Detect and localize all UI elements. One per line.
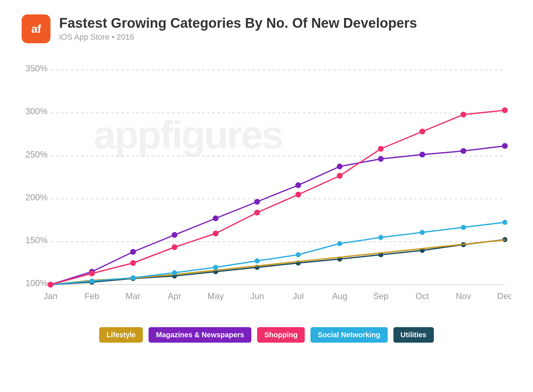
- dot-magazines-jun: [254, 199, 260, 205]
- dot-social-may: [213, 265, 218, 270]
- dot-magazines-may: [213, 215, 219, 221]
- svg-text:Feb: Feb: [84, 291, 99, 301]
- dot-magazines-jul: [295, 182, 301, 188]
- dot-shopping-mar: [130, 260, 136, 266]
- dot-shopping-oct: [419, 129, 425, 134]
- dot-social-jun: [255, 258, 260, 263]
- dot-social-apr: [172, 270, 177, 275]
- dot-shopping-jun: [254, 210, 260, 215]
- logo-text: af: [31, 22, 41, 36]
- dot-magazines-apr: [172, 232, 177, 238]
- header-text: Fastest Growing Categories By No. Of New…: [59, 14, 417, 42]
- legend-item-magazines: Magazines & Newspapers: [149, 327, 251, 343]
- legend-label-magazines: Magazines & Newspapers: [156, 331, 244, 339]
- legend-item-social: Social Networking: [310, 327, 387, 343]
- dot-magazines-dec: [502, 143, 508, 149]
- svg-text:Dec: Dec: [497, 291, 511, 301]
- dot-social-sep: [378, 235, 383, 240]
- svg-text:May: May: [207, 291, 224, 301]
- dot-magazines-mar: [130, 249, 136, 255]
- dot-shopping-feb: [89, 271, 95, 276]
- svg-text:Nov: Nov: [456, 291, 471, 301]
- dot-shopping-may: [213, 231, 219, 236]
- dot-magazines-aug: [337, 164, 343, 169]
- dot-social-nov: [461, 225, 466, 230]
- dot-shopping-sep: [378, 146, 384, 152]
- dot-social-oct: [420, 230, 425, 235]
- chart-title: Fastest Growing Categories By No. Of New…: [59, 16, 417, 31]
- dot-social-jul: [296, 252, 301, 257]
- legend-label-social: Social Networking: [318, 331, 380, 339]
- dot-shopping-apr: [172, 244, 177, 250]
- chart-svg: 100% 150% 200% 250% 300% 350% Jan Feb Ma…: [22, 54, 511, 321]
- line-utilities: [50, 240, 505, 285]
- svg-text:Jan: Jan: [44, 291, 58, 301]
- svg-text:Oct: Oct: [415, 291, 429, 301]
- legend-item-shopping: Shopping: [257, 327, 305, 343]
- dot-magazines-nov: [461, 148, 466, 154]
- chart-area: appfigures 100% 150% 200% 250% 300%: [22, 54, 511, 321]
- svg-text:Mar: Mar: [125, 291, 140, 301]
- line-lifestyle: [50, 240, 505, 285]
- dot-social-dec: [502, 220, 507, 225]
- legend: Lifestyle Magazines & Newspapers Shoppin…: [22, 327, 511, 343]
- dot-magazines-sep: [378, 156, 384, 162]
- dot-shopping-jul: [295, 192, 301, 197]
- svg-text:Aug: Aug: [332, 291, 348, 301]
- dot-social-aug: [337, 241, 342, 246]
- svg-text:Sep: Sep: [373, 291, 389, 301]
- legend-label-lifestyle: Lifestyle: [106, 331, 136, 339]
- dot-shopping-aug: [337, 173, 343, 179]
- line-social: [50, 222, 505, 285]
- dot-social-mar: [131, 275, 136, 280]
- legend-item-lifestyle: Lifestyle: [99, 327, 143, 343]
- logo: af: [22, 14, 50, 43]
- header: af Fastest Growing Categories By No. Of …: [22, 14, 511, 43]
- legend-label-shopping: Shopping: [264, 331, 298, 339]
- svg-text:100%: 100%: [26, 278, 48, 288]
- svg-text:300%: 300%: [26, 106, 48, 116]
- page-container: af Fastest Growing Categories By No. Of …: [0, 0, 533, 392]
- svg-text:250%: 250%: [26, 150, 48, 159]
- legend-label-utilities: Utilities: [401, 331, 427, 339]
- dot-shopping-nov: [461, 112, 466, 117]
- svg-text:Apr: Apr: [168, 291, 181, 301]
- dot-social-feb: [89, 279, 94, 284]
- legend-item-utilities: Utilities: [393, 327, 434, 343]
- chart-subtitle: iOS App Store • 2016: [59, 32, 417, 42]
- dot-shopping-jan: [48, 282, 53, 288]
- svg-text:150%: 150%: [26, 235, 48, 245]
- svg-text:Jul: Jul: [293, 291, 304, 301]
- dot-magazines-oct: [419, 152, 425, 157]
- svg-text:Jun: Jun: [250, 291, 264, 301]
- svg-text:350%: 350%: [26, 63, 48, 73]
- dot-shopping-dec: [502, 107, 508, 113]
- svg-text:200%: 200%: [26, 192, 48, 202]
